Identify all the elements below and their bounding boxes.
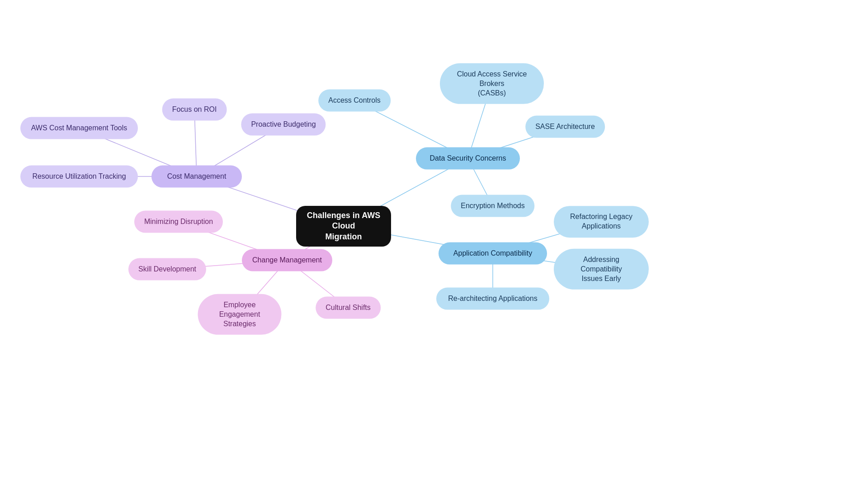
- node-label-addressing_compat: Addressing CompatibilityIssues Early: [564, 255, 639, 283]
- node-label-data_security: Data Security Concerns: [430, 154, 506, 163]
- mindmap-node-sase_architecture: SASE Architecture: [525, 116, 605, 138]
- node-label-re_architecting: Re-architecting Applications: [448, 294, 537, 304]
- node-label-minimizing_disruption: Minimizing Disruption: [144, 217, 213, 227]
- mindmap-node-center: Challenges in AWS CloudMigration: [296, 206, 391, 247]
- mindmap-node-skill_development: Skill Development: [128, 258, 206, 281]
- node-label-cultural_shifts: Cultural Shifts: [326, 303, 371, 313]
- node-label-aws_cost_tools: AWS Cost Management Tools: [31, 124, 127, 133]
- node-label-refactoring_legacy: Refactoring LegacyApplications: [570, 212, 632, 231]
- mindmap-node-resource_utilization: Resource Utilization Tracking: [20, 166, 138, 188]
- node-label-sase_architecture: SASE Architecture: [535, 122, 595, 132]
- mindmap-node-encryption_methods: Encryption Methods: [451, 195, 534, 217]
- node-label-encryption_methods: Encryption Methods: [461, 201, 524, 211]
- mindmap-node-employee_engagement: Employee EngagementStrategies: [198, 294, 282, 335]
- node-label-change_management: Change Management: [252, 256, 322, 265]
- mindmap-node-proactive_budgeting: Proactive Budgeting: [241, 114, 326, 136]
- node-label-cloud_access_brokers: Cloud Access Service Brokers(CASBs): [450, 70, 534, 98]
- node-label-access_controls: Access Controls: [328, 96, 381, 105]
- mindmap-node-cloud_access_brokers: Cloud Access Service Brokers(CASBs): [440, 63, 544, 104]
- mindmap-node-cultural_shifts: Cultural Shifts: [316, 297, 381, 319]
- node-label-skill_development: Skill Development: [138, 265, 196, 274]
- node-label-focus_roi: Focus on ROI: [172, 105, 217, 114]
- mindmap-node-focus_roi: Focus on ROI: [162, 99, 227, 121]
- mindmap-node-re_architecting: Re-architecting Applications: [436, 288, 549, 310]
- mindmap-node-addressing_compat: Addressing CompatibilityIssues Early: [554, 249, 649, 290]
- node-label-resource_utilization: Resource Utilization Tracking: [32, 172, 126, 181]
- mindmap-node-refactoring_legacy: Refactoring LegacyApplications: [554, 206, 649, 238]
- node-label-center: Challenges in AWS CloudMigration: [306, 210, 381, 242]
- mindmap-node-aws_cost_tools: AWS Cost Management Tools: [20, 117, 138, 139]
- mindmap-node-data_security: Data Security Concerns: [416, 147, 520, 170]
- mindmap-node-change_management: Change Management: [242, 249, 332, 271]
- node-label-cost_management: Cost Management: [167, 172, 226, 181]
- node-label-app_compatibility: Application Compatibility: [453, 249, 532, 258]
- mindmap-node-cost_management: Cost Management: [151, 166, 242, 188]
- mindmap-node-minimizing_disruption: Minimizing Disruption: [134, 211, 223, 233]
- mindmap-node-access_controls: Access Controls: [318, 90, 391, 112]
- mindmap-node-app_compatibility: Application Compatibility: [439, 243, 547, 265]
- node-label-employee_engagement: Employee EngagementStrategies: [208, 300, 272, 328]
- node-label-proactive_budgeting: Proactive Budgeting: [251, 120, 316, 129]
